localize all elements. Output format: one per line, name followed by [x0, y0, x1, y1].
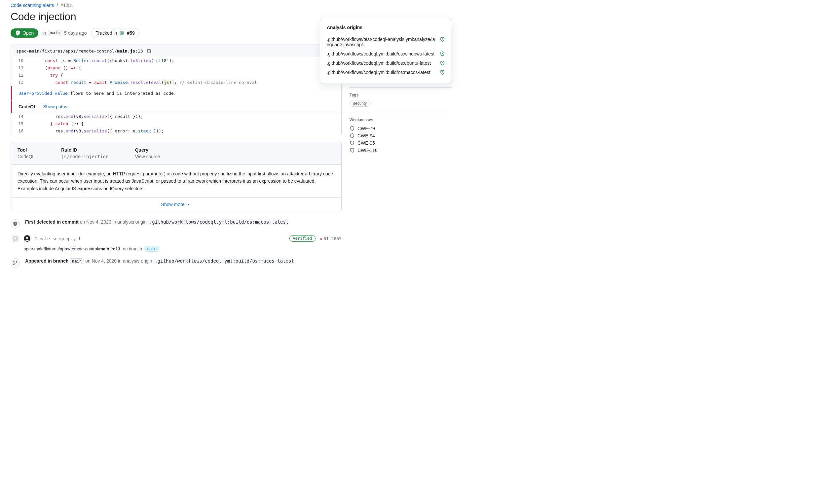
svg-point-4: [26, 237, 28, 239]
weakness-row[interactable]: CWE-116: [350, 147, 452, 154]
breadcrumb-parent[interactable]: Code scanning alerts: [11, 3, 54, 8]
shield-icon: [350, 126, 355, 131]
tags-heading: Tags: [350, 93, 452, 97]
rule-description: Directly evaluating user input (for exam…: [11, 165, 341, 198]
verified-badge: Verified: [289, 235, 316, 242]
shield-icon: [350, 148, 355, 153]
analysis-origin-row[interactable]: .github/workflows/codeql.yml:build/os:wi…: [327, 49, 445, 58]
tag-chip[interactable]: security: [350, 100, 370, 107]
shield-icon: [440, 70, 445, 75]
svg-point-1: [121, 32, 123, 34]
alert-message: User-provided value flows to here and is…: [11, 86, 341, 100]
svg-point-7: [16, 261, 17, 262]
code-file-path[interactable]: spec-main/fixtures/apps/remote-control/m…: [16, 49, 143, 54]
analysis-origins-popover: Analysis origins .github/workflows/test-…: [320, 18, 452, 84]
commit-message[interactable]: Create semgrep.yml: [34, 236, 81, 241]
git-branch-icon: [11, 258, 20, 268]
commit-node-icon: [12, 235, 19, 242]
analysis-origin-row[interactable]: .github/workflows/test-codeql-analysis.y…: [327, 35, 445, 49]
breadcrumb: Code scanning alerts / #1281: [11, 0, 452, 8]
commit-sha[interactable]: ✕ 01f2865: [319, 236, 342, 241]
analysis-origin-row[interactable]: .github/workflows/codeql.yml:build/os:ub…: [327, 58, 445, 68]
weakness-row[interactable]: CWE-94: [350, 132, 452, 139]
tracked-in[interactable]: Tracked in #59: [91, 28, 140, 38]
analysis-origin: .github/workflows/codeql.yml:build/os:ma…: [148, 219, 290, 225]
show-more-button[interactable]: Show more: [11, 198, 341, 211]
breadcrumb-current: #1281: [60, 3, 73, 8]
weaknesses-heading: Weaknesses: [350, 118, 452, 122]
shield-icon: [350, 133, 355, 138]
analysis-origin: .github/workflows/codeql.yml:build/os:ma…: [153, 258, 295, 264]
shield-icon: [440, 37, 445, 42]
issue-open-icon: [120, 31, 124, 35]
code-preview: spec-main/fixtures/apps/remote-control/m…: [11, 45, 342, 135]
opened-in: in main 5 days ago: [42, 30, 87, 36]
analysis-origin-row[interactable]: .github/workflows/codeql.yml:build/os:ma…: [327, 68, 445, 77]
weakness-row[interactable]: CWE-95: [350, 139, 452, 147]
rule-id: js/code-injection: [61, 154, 108, 159]
shield-icon: [350, 140, 355, 146]
shield-icon: [11, 219, 20, 229]
tool-name: CodeQL: [18, 154, 35, 159]
branch-chip[interactable]: main: [145, 246, 159, 252]
rule-info: ToolCodeQL Rule IDjs/code-injection Quer…: [11, 142, 342, 211]
chevron-down-icon: [186, 202, 191, 207]
popover-title: Analysis origins: [327, 25, 445, 30]
svg-point-5: [13, 261, 15, 262]
shield-icon: [440, 60, 445, 66]
svg-point-6: [13, 264, 15, 265]
shield-alert-icon: [15, 30, 20, 36]
branch-chip[interactable]: main: [70, 258, 84, 264]
show-paths-link[interactable]: Show paths: [43, 104, 67, 109]
shield-icon: [440, 51, 445, 56]
avatar: [24, 235, 30, 242]
state-badge: Open: [11, 28, 38, 38]
alert-tool-label: CodeQL: [19, 104, 36, 109]
weakness-row[interactable]: CWE-79: [350, 125, 452, 132]
svg-point-2: [14, 237, 16, 239]
copy-path-icon[interactable]: [146, 48, 152, 54]
commit-file-path[interactable]: spec-main/fixtures/apps/remote-control/m…: [24, 246, 120, 251]
view-source-link[interactable]: View source: [135, 154, 160, 159]
branch-chip[interactable]: main: [48, 30, 62, 36]
